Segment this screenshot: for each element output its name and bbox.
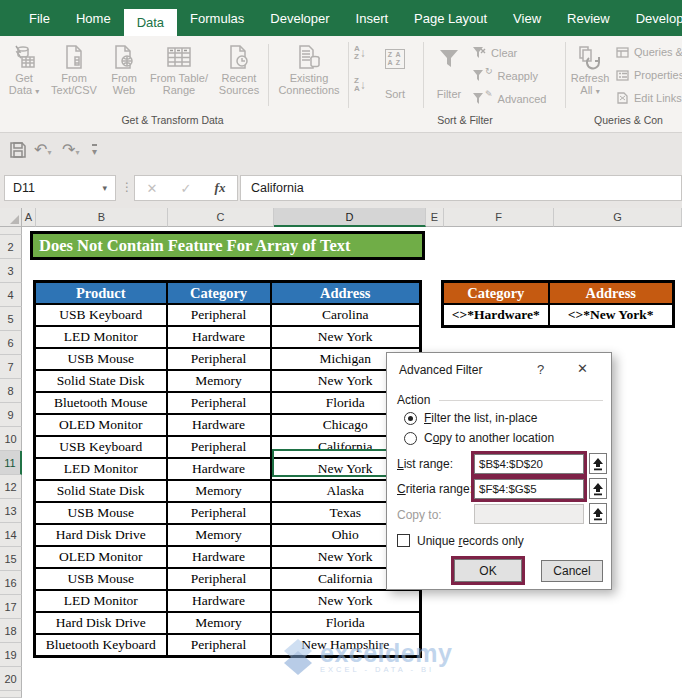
queries-connections-button[interactable]: Queries & — [616, 46, 682, 58]
header-product[interactable]: Product — [35, 282, 167, 305]
criteria-cell-category[interactable]: <>*Hardware* — [443, 304, 549, 327]
clear-filter-button[interactable]: Clear — [472, 46, 517, 59]
refresh-all-button[interactable]: Refresh All ▾ — [568, 42, 612, 98]
col-header-b[interactable]: B — [36, 208, 168, 227]
sort-ascending-button[interactable]: AZ ↓ — [354, 45, 366, 61]
header-category[interactable]: Category — [167, 282, 271, 305]
tab-file[interactable]: File — [16, 0, 63, 36]
cell[interactable]: Memory — [167, 524, 271, 546]
close-icon[interactable]: ✕ — [577, 361, 588, 376]
undo-button[interactable]: ↶▾ — [34, 142, 51, 161]
row-header-20[interactable]: 20 — [0, 667, 22, 691]
cell[interactable]: Carolina — [271, 304, 421, 326]
radio-filter-in-place[interactable] — [404, 412, 417, 425]
row-header-4[interactable]: 4 — [0, 283, 22, 307]
existing-connections-button[interactable]: Existing Connections — [272, 42, 346, 96]
save-button[interactable] — [10, 142, 26, 161]
cell[interactable]: Memory — [167, 612, 271, 634]
tab-review[interactable]: Review — [554, 0, 623, 36]
col-header-d[interactable]: D — [274, 208, 426, 227]
cell[interactable]: Hardware — [167, 590, 271, 612]
cell[interactable]: USB Mouse — [35, 568, 167, 590]
row-header-15[interactable]: 15 — [0, 547, 22, 571]
cell[interactable]: New York — [271, 590, 421, 612]
criteria-range-input[interactable]: $F$4:$G$5 — [474, 479, 584, 499]
criteria-range-collapse-button[interactable] — [589, 478, 607, 499]
cell[interactable]: Florida — [271, 612, 421, 634]
cell[interactable]: Bluetooth Keyboard — [35, 634, 167, 657]
cell[interactable]: USB Mouse — [35, 348, 167, 370]
cell[interactable]: Memory — [167, 370, 271, 392]
col-header-c[interactable]: C — [168, 208, 274, 227]
criteria-header-category[interactable]: Category — [443, 282, 549, 305]
row-header-9[interactable]: 9 — [0, 403, 22, 427]
col-header-g[interactable]: G — [554, 208, 682, 227]
row-header-12[interactable]: 12 — [0, 475, 22, 499]
cell[interactable]: Hard Disk Drive — [35, 524, 167, 546]
row-header-7[interactable]: 7 — [0, 355, 22, 379]
list-range-input[interactable]: $B$4:$D$20 — [474, 454, 584, 474]
col-header-a[interactable]: A — [22, 208, 36, 227]
radio-copy-to-location[interactable] — [404, 432, 417, 445]
tab-view[interactable]: View — [500, 0, 554, 36]
tab-developer-1[interactable]: Developer — [257, 0, 342, 36]
from-text-csv-button[interactable]: From Text/CSV — [46, 42, 102, 96]
edit-links-button[interactable]: Edit Links — [616, 92, 682, 104]
copy-to-collapse-button[interactable] — [589, 503, 607, 524]
cell[interactable]: Hardware — [167, 326, 271, 348]
row-header-5[interactable]: 5 — [0, 307, 22, 331]
tab-developer-2[interactable]: Developer — [623, 0, 682, 36]
cell[interactable]: Peripheral — [167, 436, 271, 458]
insert-function-icon[interactable]: fx — [215, 180, 226, 196]
cell[interactable]: Peripheral — [167, 502, 271, 524]
criteria-header-address[interactable]: Address — [549, 282, 674, 305]
cell[interactable]: Hardware — [167, 414, 271, 436]
cell[interactable]: Hardware — [167, 458, 271, 480]
cell[interactable]: LED Monitor — [35, 590, 167, 612]
redo-button[interactable]: ↷▾ — [62, 142, 79, 161]
header-address[interactable]: Address — [271, 282, 421, 305]
radio-filter-in-place-label[interactable]: Filter the list, in-place — [424, 411, 537, 425]
from-table-range-button[interactable]: From Table/ Range — [146, 42, 212, 96]
tab-formulas[interactable]: Formulas — [177, 0, 257, 36]
properties-button[interactable]: Properties — [616, 69, 682, 81]
cell[interactable]: Peripheral — [167, 392, 271, 414]
row-header-21-partial[interactable] — [0, 691, 22, 698]
row-header-18[interactable]: 18 — [0, 619, 22, 643]
row-header-13[interactable]: 13 — [0, 499, 22, 523]
cell[interactable]: USB Mouse — [35, 502, 167, 524]
cell[interactable]: Memory — [167, 480, 271, 502]
select-all-corner[interactable] — [0, 208, 22, 227]
name-box-dropdown-icon[interactable]: ▾ — [102, 183, 115, 193]
sort-button[interactable]: ZAAZ Sort — [376, 44, 414, 100]
formula-bar-input[interactable]: California — [240, 175, 682, 201]
cell[interactable]: Hard Disk Drive — [35, 612, 167, 634]
help-icon[interactable]: ? — [537, 362, 544, 377]
row-header-10[interactable]: 10 — [0, 427, 22, 451]
name-box[interactable]: D11 ▾ — [4, 175, 116, 201]
reapply-filter-button[interactable]: ↻ Reapply — [472, 69, 538, 82]
row-header-8[interactable]: 8 — [0, 379, 22, 403]
ok-button[interactable]: OK — [454, 559, 522, 582]
row-header-1-partial[interactable] — [0, 227, 22, 235]
cell[interactable]: Bluetooth Mouse — [35, 392, 167, 414]
cell[interactable]: OLED Monitor — [35, 414, 167, 436]
advanced-filter-button[interactable]: ✎ Advanced — [472, 92, 546, 105]
row-header-2[interactable]: 2 — [0, 235, 22, 259]
sort-descending-button[interactable]: ZA ↓ — [354, 77, 366, 93]
criteria-cell-address[interactable]: <>*New York* — [549, 304, 674, 327]
row-header-6[interactable]: 6 — [0, 331, 22, 355]
cell[interactable]: Solid State Disk — [35, 370, 167, 392]
tab-data[interactable]: Data — [124, 9, 177, 36]
cell[interactable]: Hardware — [167, 546, 271, 568]
col-header-f[interactable]: F — [444, 208, 554, 227]
enter-entry-icon[interactable]: ✓ — [181, 181, 192, 196]
radio-copy-to-location-label[interactable]: Copy to another location — [424, 431, 554, 445]
cancel-entry-icon[interactable]: ✕ — [147, 181, 158, 196]
cell[interactable]: USB Keyboard — [35, 436, 167, 458]
row-header-17[interactable]: 17 — [0, 595, 22, 619]
cell[interactable]: LED Monitor — [35, 326, 167, 348]
cell[interactable]: Peripheral — [167, 304, 271, 326]
cell[interactable]: OLED Monitor — [35, 546, 167, 568]
customize-qat-button[interactable]: ▾ — [92, 144, 97, 157]
